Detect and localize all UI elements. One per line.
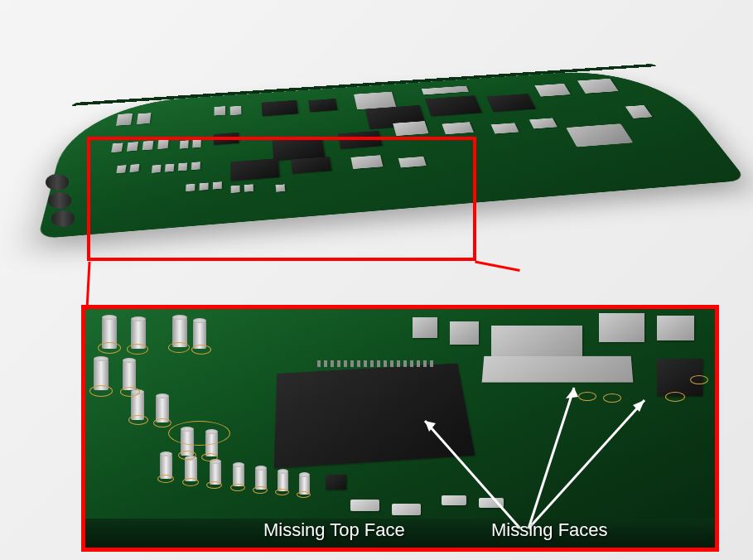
defect-circle xyxy=(275,489,289,495)
smd-component xyxy=(657,316,694,340)
svg-line-4 xyxy=(529,400,644,529)
defect-circle xyxy=(89,385,113,397)
annotation-label-2: Missing Faces xyxy=(491,519,608,541)
defect-circle xyxy=(253,486,268,494)
audio-jack-1 xyxy=(46,174,69,191)
svg-marker-3 xyxy=(566,388,578,398)
ic-pins xyxy=(317,360,433,367)
defect-circle xyxy=(182,478,199,486)
highlight-region-box xyxy=(87,137,476,261)
defect-circle xyxy=(168,342,190,353)
capacitor xyxy=(123,360,136,390)
defect-circle xyxy=(690,375,708,384)
cad-viewport: Missing Top Face Missing Faces xyxy=(0,0,753,560)
defect-circle xyxy=(168,421,230,446)
detail-zoom-view: Missing Top Face Missing Faces xyxy=(81,305,719,552)
audio-jack-2 xyxy=(48,192,71,209)
smd-component xyxy=(450,321,479,345)
smd-component xyxy=(599,313,644,342)
svg-line-2 xyxy=(529,388,574,529)
defect-circle xyxy=(297,491,311,498)
component-missing-face xyxy=(491,326,582,359)
defect-circle xyxy=(178,451,196,460)
defect-circle xyxy=(230,484,245,491)
defect-circle xyxy=(120,387,140,397)
defect-circle xyxy=(98,342,121,354)
annotation-arrow-1 xyxy=(413,408,537,533)
defect-circle xyxy=(201,453,218,461)
defect-circle xyxy=(157,475,174,483)
defect-circle xyxy=(127,344,148,355)
smd-component xyxy=(413,317,437,338)
annotation-label-1: Missing Top Face xyxy=(263,519,405,541)
defect-circle xyxy=(153,418,171,427)
annotation-arrow-2 xyxy=(520,375,653,533)
defect-circle xyxy=(128,415,148,425)
solder-pad xyxy=(350,500,379,511)
defect-circle xyxy=(665,392,685,402)
defect-circle xyxy=(206,481,222,489)
svg-line-0 xyxy=(425,421,520,529)
smd-component xyxy=(326,475,346,490)
audio-jack-3 xyxy=(51,210,75,227)
defect-circle xyxy=(191,345,211,355)
